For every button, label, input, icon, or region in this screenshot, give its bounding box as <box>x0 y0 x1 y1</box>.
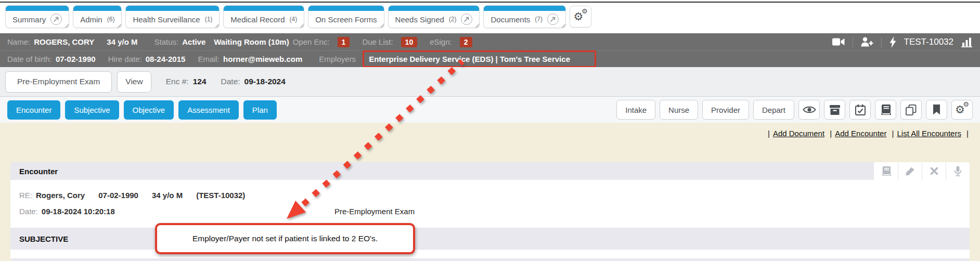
encounter-header-toolbar <box>874 162 970 180</box>
calendar-check-icon[interactable] <box>849 100 871 120</box>
employers-value[interactable]: Enterprise Delivery Service (EDS) | Tom'… <box>364 55 575 63</box>
book-icon[interactable] <box>875 100 896 120</box>
open-enc-label: Open Enc: <box>293 37 330 46</box>
tab-health-surveillance[interactable]: Health Surveillance (1) <box>125 5 220 28</box>
workflow-toolbar: Intake Nurse Provider Depart ⚙⚙ <box>616 100 973 120</box>
re-age-sex: 34 y/o M <box>152 191 183 200</box>
encounter-card: Encounter RE: Rogers, Cory 07-02-1990 34… <box>10 162 970 261</box>
eye-icon[interactable] <box>798 100 820 120</box>
separator: | <box>830 129 832 138</box>
nav-objective-button[interactable]: Objective <box>124 100 174 120</box>
re-line: RE: Rogers, Cory 07-02-1990 34 y/o M (TE… <box>19 190 961 200</box>
tab-count: (7) <box>535 16 543 23</box>
intake-button[interactable]: Intake <box>616 100 655 120</box>
tab-label: Admin <box>80 15 102 24</box>
add-encounter-link[interactable]: Add Encounter <box>835 129 886 138</box>
encounter-date-label: Date: <box>19 207 38 216</box>
tab-fold-corner <box>117 23 121 28</box>
enc-date-label: Date: <box>221 77 240 86</box>
popout-icon[interactable] <box>547 14 559 25</box>
tab-medical-record[interactable]: Medical Record (4) <box>223 5 304 28</box>
encounter-links: |Add Document |Add Encounter |List All E… <box>765 129 972 138</box>
open-enc-badge[interactable]: 1 <box>338 37 350 47</box>
tab-settings-button[interactable]: ⚙⚙ <box>570 6 591 28</box>
tab-count: (4) <box>290 16 298 23</box>
book-icon[interactable] <box>874 162 898 180</box>
popout-icon[interactable] <box>461 14 472 25</box>
popout-icon[interactable] <box>50 14 62 25</box>
view-button[interactable]: View <box>117 71 151 93</box>
enc-number-value: 124 <box>193 77 207 86</box>
settings-gears-icon[interactable]: ⚙⚙ <box>951 100 973 120</box>
video-camera-icon[interactable] <box>832 37 845 46</box>
encounter-card-header: Encounter <box>10 162 970 180</box>
tab-fold-corner <box>65 23 69 28</box>
tab-accent-bar <box>389 6 480 11</box>
enc-date-value: 09-18-2024 <box>244 77 286 86</box>
nav-plan-button[interactable]: Plan <box>243 100 277 120</box>
dob-label: Date of birth: <box>7 55 52 63</box>
bookmark-icon[interactable] <box>926 100 947 120</box>
email-label: Email: <box>198 55 220 63</box>
separator: | <box>966 129 969 138</box>
microphone-icon[interactable] <box>946 162 970 180</box>
copy-pages-icon[interactable] <box>900 100 922 120</box>
tab-label: Summary <box>12 15 46 24</box>
list-all-encounters-link[interactable]: List All Encounters <box>897 129 961 138</box>
encounter-date-value: 09-18-2024 10:20:18 <box>42 207 115 216</box>
nav-subjective-button[interactable]: Subjective <box>65 100 119 120</box>
hire-date-value: 08-24-2015 <box>146 55 186 63</box>
esign-badge[interactable]: 2 <box>460 37 472 47</box>
due-list-badge[interactable]: 10 <box>401 37 418 47</box>
separator: | <box>892 129 894 138</box>
encounter-meta: Enc #: 124 Date: 09-18-2024 <box>166 77 286 86</box>
tab-label: On Screen Forms <box>315 15 377 24</box>
tab-fold-corner <box>215 23 219 28</box>
lightning-bolt-icon[interactable] <box>889 36 896 48</box>
annotation-callout-box: Employer/Payer not set if patient is lin… <box>155 223 415 254</box>
tab-needs-signed[interactable]: Needs Signed (2) <box>388 5 480 28</box>
tab-accent-bar <box>126 6 219 11</box>
re-dob: 07-02-1990 <box>98 191 138 200</box>
pencil-icon[interactable] <box>898 162 922 180</box>
close-x-icon[interactable] <box>922 162 946 180</box>
bar-chart-icon[interactable] <box>961 37 973 47</box>
exam-type-tab-button[interactable]: Pre-Employment Exam <box>5 71 112 93</box>
nav-assessment-button[interactable]: Assessment <box>178 100 239 120</box>
provider-button[interactable]: Provider <box>702 100 749 120</box>
subjective-title: SUBJECTIVE <box>19 234 68 243</box>
annotation-callout-text: Employer/Payer not set if patient is lin… <box>192 234 378 243</box>
patient-bar-row2: Date of birth: 07-02-1990 Hire date: 08-… <box>0 50 980 67</box>
user-plus-icon[interactable] <box>861 37 873 47</box>
tab-count: (2) <box>449 16 457 23</box>
hire-date-label: Hire date: <box>108 55 142 63</box>
tab-admin[interactable]: Admin (6) <box>73 5 122 28</box>
tab-on-screen-forms[interactable]: On Screen Forms <box>308 5 384 28</box>
nav-encounter-button[interactable]: Encounter <box>7 100 60 120</box>
status-label: Status: <box>154 37 179 46</box>
tab-documents[interactable]: Documents (7) <box>483 5 566 28</box>
depart-button[interactable]: Depart <box>753 100 794 120</box>
patient-id: TEST-10032 <box>904 37 953 47</box>
tab-count: (1) <box>205 16 213 23</box>
top-divider <box>0 2 980 3</box>
esign-label: eSign: <box>430 37 452 46</box>
add-document-link[interactable]: Add Document <box>773 129 824 138</box>
waiting-room-status: Waiting Room (10m) <box>214 37 289 46</box>
re-label: RE: <box>19 191 32 200</box>
subjective-section-header: SUBJECTIVE <box>10 228 970 250</box>
tab-accent-bar <box>484 6 565 11</box>
next-section-header-partial <box>10 258 970 261</box>
archive-box-icon[interactable] <box>824 100 845 120</box>
tab-label: Needs Signed <box>395 15 444 24</box>
email-value: horner@mieweb.com <box>223 55 302 63</box>
tab-summary[interactable]: Summary <box>5 5 69 28</box>
patient-bar-row1: Name: ROGERS, CORY 34 y/o M Status: Acti… <box>0 33 980 50</box>
encounter-selector-row: Pre-Employment Exam View Enc #: 124 Date… <box>0 67 980 97</box>
patient-bar-actions: TEST-10032 <box>832 36 973 48</box>
due-list-label: Due List: <box>362 37 393 46</box>
annotation-highlight-frame <box>363 50 596 68</box>
nurse-button[interactable]: Nurse <box>660 100 698 120</box>
gears-icon: ⚙⚙ <box>955 103 969 116</box>
chart-tab-strip: Summary Admin (6) Health Surveillance (1… <box>0 5 980 33</box>
